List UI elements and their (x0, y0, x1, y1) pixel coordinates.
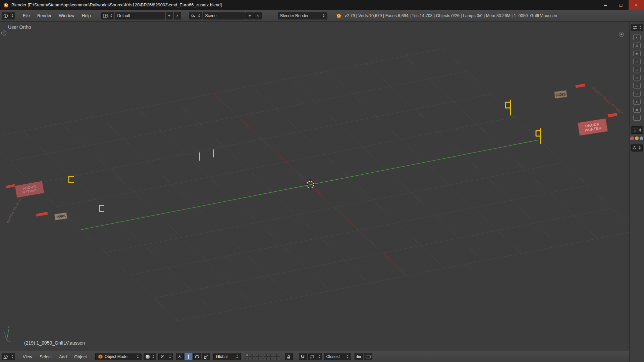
pencil-icon[interactable] (635, 136, 639, 140)
editor-type-selector-secondary[interactable] (631, 126, 643, 134)
layer-button[interactable] (256, 357, 259, 360)
render-engine-selector[interactable]: Blender Render (278, 12, 327, 19)
tab-scene[interactable]: ◉ (633, 51, 641, 56)
tab-material[interactable]: ● (633, 99, 641, 105)
layer-button[interactable] (264, 354, 267, 357)
menu-help[interactable]: Help (78, 10, 95, 21)
snap-element-selector[interactable] (308, 353, 322, 360)
delete-scene-button[interactable]: × (254, 12, 262, 19)
font-selector[interactable]: A (631, 144, 643, 152)
screen-layout-browse-button[interactable] (101, 12, 114, 19)
add-screen-layout-button[interactable]: + (166, 12, 173, 19)
transform-orientation-selector[interactable]: Global (213, 353, 241, 360)
opengl-render-animation-button[interactable] (364, 353, 372, 360)
layer-button[interactable] (277, 354, 280, 357)
screen-layout-field[interactable]: Default (115, 12, 165, 19)
menu-select[interactable]: Select (36, 351, 55, 362)
viewport-3d: z RHODA PAINTER HEAVY HAUL POWER 29003 (0, 22, 629, 362)
texture-tab-icon: ▦ (635, 108, 638, 112)
axis-manipulator-icon (177, 354, 182, 359)
sign-text: RHODA PAINTER (584, 122, 602, 132)
plate-number: 29003 (555, 92, 566, 97)
layer-button[interactable] (270, 357, 273, 360)
minimize-button[interactable]: – (598, 0, 613, 10)
tab-modifiers[interactable]: △ (633, 83, 641, 88)
tab-render-layers[interactable]: ▤ (633, 43, 641, 48)
dropdown-arrows-icon (346, 355, 348, 358)
scene-icon (191, 14, 196, 18)
plate-number: 29003 (56, 214, 66, 219)
layer-button[interactable] (274, 357, 277, 360)
screen-layout-name: Default (117, 13, 130, 18)
add-scene-button[interactable]: + (246, 12, 254, 19)
constraints-tab-icon: ◇ (636, 76, 638, 79)
menu-view[interactable]: View (19, 351, 36, 362)
snap-target-selector[interactable]: Closest (324, 353, 351, 360)
menu-render[interactable]: Render (34, 10, 55, 21)
scale-manipulator-button[interactable] (202, 353, 210, 360)
viewport-shading-selector[interactable] (144, 353, 156, 360)
layer-button[interactable] (267, 354, 270, 357)
menu-file[interactable]: File (19, 10, 34, 21)
layer-button[interactable] (267, 357, 270, 360)
menu-window[interactable]: Window (55, 10, 78, 21)
physics-tab-icon: ◌ (636, 116, 638, 120)
editor-type-selector-3dview[interactable] (2, 353, 15, 360)
layer-button[interactable] (264, 357, 267, 360)
tab-object[interactable]: □ (633, 67, 641, 72)
tab-texture[interactable]: ▦ (633, 107, 641, 113)
layer-button[interactable] (277, 357, 280, 360)
pivot-icon (160, 354, 165, 359)
scene-browse-button[interactable] (189, 12, 202, 19)
properties-region-expand-button[interactable]: + (619, 32, 624, 37)
editor-type-selector-properties[interactable] (631, 24, 643, 31)
snap-toggle-button[interactable] (299, 353, 307, 360)
layer-button[interactable] (259, 354, 262, 357)
lock-to-scene-button[interactable] (285, 353, 293, 360)
rotate-manipulator-button[interactable] (193, 353, 201, 360)
tab-render[interactable]: ◐ (633, 35, 641, 40)
menu-object[interactable]: Object (70, 351, 91, 362)
close-button[interactable]: × (629, 0, 644, 10)
tab-physics[interactable]: ◌ (633, 115, 641, 121)
layer-button[interactable] (252, 354, 255, 357)
object-number-plate-right[interactable]: 29003 (554, 90, 567, 99)
material-sphere-icon[interactable] (640, 136, 643, 140)
layer-button[interactable] (252, 357, 255, 360)
tab-constraints[interactable]: ◇ (633, 75, 641, 80)
maximize-button[interactable]: □ (613, 0, 629, 10)
manipulator-toggle-button[interactable] (176, 353, 184, 360)
pivot-point-selector[interactable] (158, 353, 173, 360)
editor-type-selector-info[interactable] (2, 12, 15, 19)
mode-selector[interactable]: Object Mode (95, 353, 142, 360)
dropdown-arrows-icon (639, 128, 641, 132)
titlebar: Blender [E:\Steam\SteamApps\common\Railw… (0, 0, 644, 10)
handle-object-hook-1[interactable] (505, 100, 511, 115)
render-layers-tab-icon: ▤ (635, 44, 638, 47)
layer-button[interactable] (246, 357, 249, 360)
layer-button[interactable] (246, 354, 249, 357)
layer-button[interactable] (256, 354, 259, 357)
toolshelf-expand-button[interactable]: + (1, 31, 6, 36)
pin-icon[interactable] (630, 136, 634, 140)
layer-button[interactable] (249, 357, 252, 360)
viewport-canvas[interactable]: z RHODA PAINTER HEAVY HAUL POWER 29003 (0, 22, 629, 351)
tab-world[interactable]: ○ (633, 59, 641, 64)
dropdown-arrows-icon (152, 355, 154, 358)
delete-screen-layout-button[interactable]: × (174, 12, 181, 19)
layer-button[interactable] (249, 354, 252, 357)
scene-field[interactable]: Scene (203, 12, 246, 19)
layers-widget[interactable] (246, 354, 280, 360)
handle-object-bracket-2[interactable] (100, 205, 104, 212)
rotate-arc-icon (195, 355, 200, 359)
translate-manipulator-button[interactable] (184, 353, 193, 360)
layer-button[interactable] (274, 354, 277, 357)
layer-button[interactable] (259, 357, 262, 360)
layer-group-1 (246, 354, 262, 360)
menu-add[interactable]: Add (55, 351, 70, 362)
tab-object-data[interactable]: ▽ (633, 91, 641, 97)
handle-object-bracket-1[interactable] (69, 176, 73, 183)
handle-object-hook-2[interactable] (536, 129, 541, 143)
opengl-render-button[interactable] (355, 353, 363, 360)
layer-button[interactable] (270, 354, 273, 357)
